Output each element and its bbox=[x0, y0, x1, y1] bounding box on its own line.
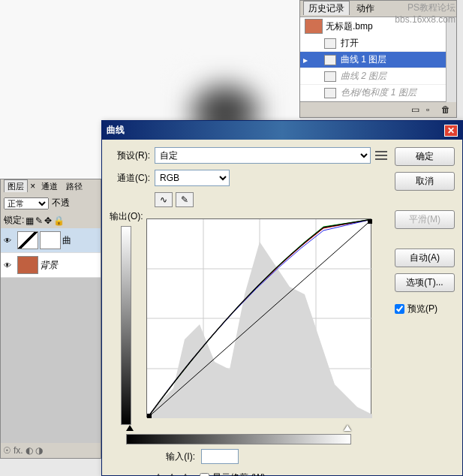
visibility-icon[interactable] bbox=[4, 235, 14, 246]
eyedropper-white-icon[interactable]: ✐ bbox=[179, 471, 194, 476]
layer-row[interactable]: 曲 bbox=[1, 228, 101, 253]
new-doc-icon[interactable]: ▫ bbox=[426, 104, 437, 115]
doc-icon bbox=[324, 88, 336, 98]
preset-menu-icon[interactable] bbox=[375, 151, 387, 160]
doc-icon bbox=[324, 38, 336, 49]
fx-icon[interactable]: fx. bbox=[14, 445, 23, 456]
layer-thumb-photo bbox=[17, 256, 38, 274]
lock-row: 锁定: ▦ ✎ ✥ 🔒 bbox=[1, 212, 101, 228]
show-clipping-checkbox[interactable] bbox=[200, 473, 209, 476]
tab-paths[interactable]: 路径 bbox=[63, 180, 86, 192]
doc-icon bbox=[324, 55, 336, 65]
mask-icon[interactable]: ◐ bbox=[26, 445, 33, 456]
close-icon[interactable]: ✕ bbox=[444, 125, 458, 137]
white-point-slider[interactable] bbox=[344, 425, 351, 431]
input-label: 输入(I): bbox=[155, 450, 195, 463]
layer-thumb-curves bbox=[17, 231, 38, 249]
history-footer: ▭ ▫ 🗑 bbox=[300, 101, 456, 117]
new-snapshot-icon[interactable]: ▭ bbox=[411, 104, 422, 115]
lock-paint-icon[interactable]: ✎ bbox=[35, 215, 43, 226]
lock-transparent-icon[interactable]: ▦ bbox=[26, 215, 34, 226]
dialog-title: 曲线 bbox=[107, 124, 125, 137]
curve-editor: 输出(O): bbox=[110, 210, 387, 425]
curve-pencil-tool-icon[interactable]: ✎ bbox=[176, 192, 194, 207]
snapshot-thumb bbox=[305, 19, 323, 34]
ok-button[interactable]: 确定 bbox=[395, 147, 455, 166]
curves-dialog: 曲线 ✕ 预设(R): 自定 通道(C): RGB ∿ ✎ 输出(O): bbox=[101, 120, 463, 476]
adjust-icon[interactable]: ◑ bbox=[35, 445, 43, 456]
history-item[interactable]: 打开 bbox=[300, 35, 456, 52]
output-gradient bbox=[121, 226, 131, 425]
link-icon[interactable]: ☉ bbox=[3, 445, 11, 456]
opacity-label: 不透 bbox=[52, 197, 70, 209]
options-button[interactable]: 选项(T)... bbox=[395, 273, 455, 292]
visibility-icon[interactable] bbox=[4, 260, 14, 270]
layer-row[interactable]: 背景 bbox=[1, 253, 101, 278]
histogram bbox=[147, 242, 372, 418]
eyedropper-group: ✐ ✐ ✐ bbox=[155, 472, 191, 477]
layers-controls: 正常 不透 bbox=[1, 194, 101, 212]
cancel-button[interactable]: 取消 bbox=[395, 172, 455, 191]
history-item[interactable]: ▸ 曲线 1 图层 bbox=[300, 52, 456, 68]
lock-all-icon[interactable]: 🔒 bbox=[53, 215, 65, 226]
doc-icon bbox=[324, 71, 336, 82]
history-scrollbar[interactable] bbox=[446, 17, 456, 102]
layers-panel: 图层 × 通道 路径 正常 不透 锁定: ▦ ✎ ✥ 🔒 曲 背景 ☉ fx. … bbox=[0, 179, 101, 459]
snapshot-label: 无标题.bmp bbox=[326, 20, 373, 33]
lock-move-icon[interactable]: ✥ bbox=[44, 215, 52, 226]
preset-label: 预设(R): bbox=[110, 149, 150, 162]
tab-layers[interactable]: 图层 bbox=[4, 179, 28, 192]
output-label: 输出(O): bbox=[110, 210, 143, 223]
dialog-titlebar[interactable]: 曲线 ✕ bbox=[102, 121, 462, 140]
tab-actions[interactable]: 动作 bbox=[352, 2, 379, 15]
tab-channels[interactable]: 通道 bbox=[38, 180, 61, 192]
curve-graph[interactable] bbox=[146, 218, 371, 417]
preset-select[interactable]: 自定 bbox=[155, 147, 371, 164]
smooth-button[interactable]: 平滑(M) bbox=[395, 210, 455, 229]
input-gradient bbox=[126, 434, 351, 444]
svg-rect-8 bbox=[368, 219, 372, 224]
layers-empty-area bbox=[1, 278, 101, 443]
preview-checkbox[interactable] bbox=[395, 304, 404, 314]
blend-mode-select[interactable]: 正常 bbox=[4, 197, 49, 209]
svg-rect-7 bbox=[147, 414, 152, 418]
eyedropper-gray-icon[interactable]: ✐ bbox=[165, 471, 180, 476]
trash-icon[interactable]: 🗑 bbox=[441, 104, 452, 115]
input-sliders[interactable] bbox=[126, 425, 351, 432]
history-item[interactable]: 色相/饱和度 1 图层 bbox=[300, 85, 456, 101]
history-list: 打开 ▸ 曲线 1 图层 曲线 2 图层 色相/饱和度 1 图层 bbox=[300, 35, 456, 101]
watermark: PS教程论坛 bbs.16xx8.com bbox=[395, 2, 455, 25]
layers-tabs: 图层 × 通道 路径 bbox=[1, 179, 101, 194]
black-point-slider[interactable] bbox=[126, 425, 134, 431]
tab-history[interactable]: 历史记录 bbox=[303, 1, 350, 15]
auto-button[interactable]: 自动(A) bbox=[395, 249, 455, 267]
layers-footer: ☉ fx. ◐ ◑ bbox=[1, 443, 101, 458]
input-value-field[interactable] bbox=[201, 449, 239, 464]
curve-point-tool-icon[interactable]: ∿ bbox=[155, 192, 173, 207]
show-clipping-label: 显示修剪 (W) bbox=[212, 471, 266, 476]
eyedropper-black-icon[interactable]: ✐ bbox=[152, 471, 167, 476]
history-item[interactable]: 曲线 2 图层 bbox=[300, 68, 456, 85]
layer-mask-thumb bbox=[40, 231, 61, 249]
preview-label: 预览(P) bbox=[407, 303, 437, 315]
channel-label: 通道(C): bbox=[110, 172, 150, 185]
channel-select[interactable]: RGB bbox=[155, 170, 230, 186]
